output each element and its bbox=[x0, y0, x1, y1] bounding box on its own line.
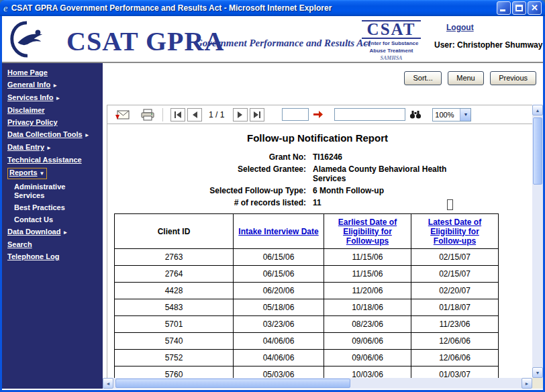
sidebar-item-administrative-services[interactable]: Administrative Services bbox=[2, 181, 103, 201]
minimize-icon bbox=[500, 9, 505, 11]
table-row: 574004/06/0609/06/0612/06/06 bbox=[115, 333, 499, 350]
previous-button[interactable]: Previous bbox=[490, 71, 536, 85]
sidebar-item-services-info[interactable]: Services Info► bbox=[2, 91, 103, 104]
table-row: 276306/15/0611/15/0602/15/07 bbox=[115, 249, 499, 266]
csat-logo-line1: Center for Substance bbox=[362, 40, 421, 46]
chevron-right-icon: ► bbox=[46, 144, 52, 152]
prev-page-button[interactable] bbox=[187, 108, 202, 121]
maximize-button[interactable] bbox=[512, 1, 526, 15]
sidebar-item-data-collection-tools[interactable]: Data Collection Tools► bbox=[2, 128, 103, 141]
last-page-button[interactable] bbox=[250, 108, 264, 121]
sidebar-item-general-info[interactable]: General Info► bbox=[2, 79, 103, 91]
window-title: CSAT GPRA Government Performance and Res… bbox=[11, 3, 493, 13]
print-button[interactable] bbox=[138, 107, 157, 122]
last-page-icon bbox=[253, 111, 261, 119]
sidebar-item-disclaimer[interactable]: Disclaimer bbox=[2, 104, 103, 116]
sidebar-nav: Home Page General Info► Services Info► D… bbox=[2, 63, 103, 389]
report-viewer-toolbar: 1 / 1 bbox=[107, 105, 532, 124]
minimize-button[interactable] bbox=[497, 1, 511, 15]
find-button[interactable] bbox=[408, 108, 423, 121]
field-value-records-listed: 11 bbox=[313, 198, 464, 207]
first-page-icon bbox=[174, 111, 182, 119]
chevron-down-icon[interactable]: ▼ bbox=[460, 109, 470, 121]
scroll-left-button[interactable]: ◄ bbox=[103, 378, 113, 389]
logout-link[interactable]: Logout bbox=[446, 23, 474, 32]
scrollbar-corner bbox=[532, 378, 543, 389]
export-envelope-icon bbox=[114, 109, 130, 121]
first-page-button[interactable] bbox=[170, 108, 185, 121]
sidebar-item-data-download[interactable]: Data Download► bbox=[2, 226, 103, 238]
menu-button[interactable]: Menu bbox=[448, 71, 484, 85]
scroll-down-button[interactable]: ▼ bbox=[532, 367, 543, 378]
chevron-right-icon: ► bbox=[52, 81, 58, 90]
chevron-down-icon: ▼ bbox=[40, 169, 45, 178]
zoom-value: 100% bbox=[433, 111, 460, 119]
sidebar-item-reports[interactable]: Reports▼ bbox=[2, 166, 103, 181]
chevron-right-icon: ► bbox=[85, 131, 90, 140]
chevron-right-icon: ► bbox=[55, 94, 60, 103]
goto-page-button[interactable] bbox=[311, 109, 325, 120]
report-page: Follow-up Notification Report Grant No: … bbox=[107, 124, 532, 378]
report-table: Client ID Intake Interview Date Earliest… bbox=[114, 213, 499, 378]
sidebar-item-search[interactable]: Search bbox=[2, 238, 103, 250]
csat-logo-line2: Abuse Treatment bbox=[362, 48, 421, 54]
field-label-followup-type: Selected Follow-up Type: bbox=[113, 186, 306, 195]
table-row: 548305/18/0610/18/0601/18/07 bbox=[115, 299, 499, 316]
sidebar-item-home-page[interactable]: Home Page bbox=[2, 66, 103, 79]
sidebar-item-best-practices[interactable]: Best Practices bbox=[2, 201, 103, 213]
sort-button[interactable]: Sort... bbox=[404, 71, 441, 85]
hhs-logo bbox=[7, 19, 46, 61]
csat-logo-name: CSAT bbox=[362, 20, 421, 39]
next-page-icon bbox=[236, 111, 244, 119]
search-text-input[interactable] bbox=[334, 108, 405, 121]
column-header-intake-interview-date[interactable]: Intake Interview Date bbox=[234, 214, 324, 249]
scroll-right-button[interactable]: ► bbox=[522, 378, 532, 389]
column-header-latest-eligibility[interactable]: Latest Date of Eligibility for Follow-up… bbox=[411, 214, 499, 249]
horizontal-scrollbar-thumb[interactable] bbox=[115, 379, 350, 388]
sidebar-item-privacy-policy[interactable]: Privacy Policy bbox=[2, 116, 103, 128]
title-bar: e CSAT GPRA Government Performance and R… bbox=[0, 0, 545, 16]
field-label-selected-grantee: Selected Grantee: bbox=[113, 164, 306, 183]
sidebar-item-data-entry[interactable]: Data Entry► bbox=[2, 141, 103, 154]
report-viewer: 1 / 1 bbox=[107, 105, 532, 378]
user-label: User: Christopher Shumway bbox=[434, 40, 542, 50]
csat-center-logo: CSAT Center for Substance Abuse Treatmen… bbox=[362, 20, 421, 61]
chevron-right-icon: ► bbox=[62, 228, 68, 237]
binoculars-icon bbox=[409, 109, 422, 119]
prev-page-icon bbox=[191, 111, 199, 119]
scroll-up-button[interactable]: ▲ bbox=[532, 105, 543, 115]
table-row: 276406/15/0611/15/0602/15/07 bbox=[115, 266, 499, 283]
table-row: 570103/23/0608/23/0611/23/06 bbox=[115, 316, 499, 333]
table-row-clipped: 576005/03/0610/03/0601/03/07 bbox=[115, 366, 499, 379]
browser-window: e CSAT GPRA Government Performance and R… bbox=[0, 0, 545, 392]
site-header: CSAT GPRA Government Performance and Res… bbox=[2, 16, 543, 63]
reports-selected-highlight: Reports▼ bbox=[7, 168, 47, 179]
close-button[interactable]: ✕ bbox=[528, 1, 542, 15]
sidebar-item-technical-assistance[interactable]: Technical Assistance bbox=[2, 154, 103, 166]
column-header-client-id: Client ID bbox=[115, 214, 234, 249]
horizontal-scrollbar[interactable]: ◄ ► bbox=[103, 378, 532, 389]
main-content: Sort... Menu Previous bbox=[103, 63, 543, 389]
browser-viewport: CSAT GPRA Government Performance and Res… bbox=[2, 16, 543, 390]
report-title: Follow-up Notification Report bbox=[113, 132, 522, 144]
vertical-scrollbar[interactable]: ▲ ▼ bbox=[532, 105, 543, 378]
table-row: 575204/06/0609/06/0612/06/06 bbox=[115, 350, 499, 366]
printer-icon bbox=[140, 109, 156, 121]
sidebar-item-telephone-log[interactable]: Telephone Log bbox=[2, 250, 103, 262]
goto-page-input[interactable] bbox=[282, 108, 309, 121]
next-page-button[interactable] bbox=[233, 108, 248, 121]
export-button[interactable] bbox=[113, 107, 132, 122]
samhsa-label: SAMHSA bbox=[362, 55, 421, 61]
column-header-earliest-eligibility[interactable]: Earliest Date of Eligibility for Follow-… bbox=[324, 214, 411, 249]
sidebar-item-contact-us[interactable]: Contact Us bbox=[2, 213, 103, 226]
field-label-records-listed: # of records listed: bbox=[113, 198, 306, 207]
field-value-followup-type: 6 Month Follow-up bbox=[313, 186, 464, 195]
table-row: 442806/20/0611/20/0602/20/07 bbox=[115, 283, 499, 299]
gpra-tagline: Government Performance and Results Act bbox=[195, 38, 370, 49]
vertical-scrollbar-thumb[interactable] bbox=[533, 117, 542, 185]
zoom-select[interactable]: 100% ▼ bbox=[432, 108, 471, 121]
table-header-row: Client ID Intake Interview Date Earliest… bbox=[115, 214, 499, 249]
report-fields: Grant No: TI16246 Selected Grantee: Alam… bbox=[113, 152, 532, 207]
field-label-grant-no: Grant No: bbox=[113, 152, 306, 162]
internet-explorer-icon: e bbox=[3, 3, 8, 14]
